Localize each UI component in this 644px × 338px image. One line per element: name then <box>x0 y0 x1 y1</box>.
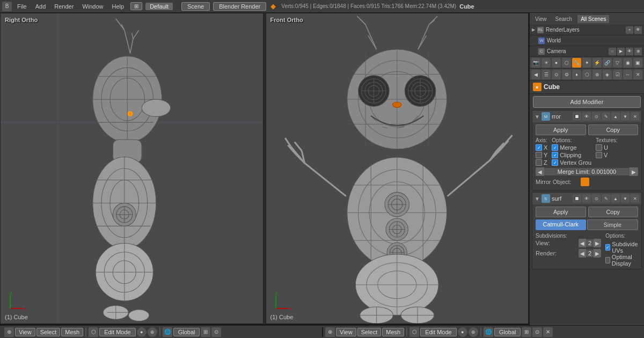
prop-icon-extra1[interactable]: ◀ <box>531 70 540 79</box>
rp-tab-view[interactable]: View <box>532 15 550 23</box>
bb-left-snap[interactable]: ⊕ <box>148 327 157 337</box>
scene-item-renderlayers[interactable]: ▶ RL RenderLayers + 👁 <box>530 25 644 35</box>
modifier-sub-down[interactable]: ▼ <box>621 194 630 203</box>
prop-icon-constraint[interactable]: 🔗 <box>603 58 612 68</box>
camera-action3[interactable]: 👁 <box>626 48 633 55</box>
view-value[interactable]: 2 <box>586 239 594 247</box>
bb-right-mode-icon[interactable]: ⬡ <box>409 327 419 337</box>
prop-icon-extra6[interactable]: ⬡ <box>582 70 591 79</box>
prop-icon-extra8[interactable]: ◈ <box>603 70 612 79</box>
bb-left-icon1[interactable]: ⊕ <box>4 327 14 337</box>
modifier-sub-up[interactable]: ▲ <box>611 194 620 203</box>
prop-icon-extra2[interactable]: ☰ <box>541 70 551 79</box>
modifier-sub-collapse[interactable]: ▼ <box>535 196 540 202</box>
prop-icon-data[interactable]: ▽ <box>613 58 622 68</box>
modifier-sub-edit[interactable]: ✎ <box>602 194 610 203</box>
prop-icon-modifier[interactable]: 🔧 <box>572 58 581 68</box>
modifier-sub-vis[interactable]: 👁 <box>582 194 591 203</box>
prop-icon-object[interactable]: ⬡ <box>562 58 571 68</box>
menu-file[interactable]: File <box>13 2 31 11</box>
camera-action2[interactable]: ▶ <box>617 48 625 55</box>
modifier-sub-apply[interactable]: Apply <box>536 207 586 217</box>
prop-icon-extra9[interactable]: ☑ <box>613 70 622 79</box>
scene-item-camera[interactable]: C Camera ○ ▶ 👁 ⊕ <box>530 46 644 57</box>
rp-tab-search[interactable]: Search <box>552 15 576 23</box>
modifier-mirror-render[interactable]: 🔲 <box>573 112 581 121</box>
optimal-display-check[interactable] <box>605 257 610 263</box>
modifier-mirror-copy[interactable]: Copy <box>588 124 639 135</box>
merge-check[interactable]: ✓ <box>552 144 558 151</box>
prop-icon-extra3[interactable]: ⊙ <box>552 70 561 79</box>
scene-item-world[interactable]: W World <box>530 35 644 46</box>
modifier-mirror-collapse[interactable]: ▼ <box>535 114 540 120</box>
render-engine[interactable]: Blender Render <box>213 2 266 11</box>
bb-left-select[interactable]: Select <box>36 328 61 336</box>
bb-left-extra1[interactable]: ⊞ <box>201 327 210 337</box>
bb-right-extra1[interactable]: ⊞ <box>522 327 531 337</box>
modifier-mirror-up[interactable]: ▲ <box>611 112 620 121</box>
bb-right-pivot[interactable]: ● <box>458 327 467 337</box>
prop-icon-texture[interactable]: ▣ <box>633 58 642 68</box>
bb-right-global-label[interactable]: Global <box>494 328 521 336</box>
bb-left-global[interactable]: 🌐 <box>163 327 172 337</box>
bb-left-view[interactable]: View <box>15 328 35 336</box>
modifier-sub-copy[interactable]: Copy <box>588 207 639 217</box>
clipping-check[interactable]: ✓ <box>552 152 558 158</box>
prop-icon-render[interactable]: 📷 <box>531 58 540 68</box>
prop-icon-material[interactable]: ◉ <box>623 58 632 68</box>
bb-left-global-label[interactable]: Global <box>173 328 200 336</box>
prop-icon-extra4[interactable]: ⚙ <box>562 70 571 79</box>
modifier-sub-render[interactable]: 🔲 <box>573 194 581 203</box>
bb-right-extra3[interactable]: ✕ <box>543 327 553 337</box>
bb-left-mode[interactable]: Edit Mode <box>99 328 136 336</box>
tex-v-check[interactable] <box>596 152 602 158</box>
layout-icon[interactable]: ⊞ <box>130 2 142 10</box>
prop-icon-extra11[interactable]: ✕ <box>633 70 642 79</box>
modifier-mirror-apply[interactable]: Apply <box>536 124 586 135</box>
bb-right-view[interactable]: View <box>336 328 356 336</box>
modifier-mirror-vis[interactable]: 👁 <box>582 112 591 121</box>
tex-u-check[interactable] <box>596 144 602 151</box>
bb-right-mesh[interactable]: Mesh <box>382 328 404 336</box>
render-value[interactable]: 2 <box>586 249 594 257</box>
merge-limit-inc[interactable]: ▶ <box>630 167 638 176</box>
bb-right-snap[interactable]: ⊕ <box>469 327 478 337</box>
modifier-mirror-realtime[interactable]: ⊙ <box>592 112 601 121</box>
rp-tab-allscenes[interactable]: All Scenes <box>577 15 609 23</box>
menu-render[interactable]: Render <box>50 2 78 11</box>
renderlayers-action1[interactable]: + <box>626 26 633 34</box>
workspace-selector[interactable]: Default <box>145 3 173 10</box>
axis-y-check[interactable] <box>536 152 542 158</box>
bb-left-mode-icon[interactable]: ⬡ <box>89 327 98 337</box>
subdivide-uvs-check[interactable]: ✓ <box>605 244 610 251</box>
axis-z-check[interactable] <box>536 159 542 166</box>
axis-x-check[interactable]: ✓ <box>536 144 542 151</box>
camera-action4[interactable]: ⊕ <box>634 48 642 55</box>
bb-left-mesh[interactable]: Mesh <box>61 328 83 336</box>
modifier-mirror-delete[interactable]: ✕ <box>631 112 639 121</box>
prop-icon-world[interactable]: ● <box>552 58 561 68</box>
scene-name[interactable]: Scene <box>181 2 210 11</box>
add-modifier-button[interactable]: Add Modifier <box>533 96 641 108</box>
sub-tab-simple[interactable]: Simple <box>587 219 639 230</box>
prop-icon-scene[interactable]: ☀ <box>541 58 551 68</box>
render-inc[interactable]: ▶ <box>594 249 601 258</box>
viewport-right[interactable]: Front Ortho <box>266 13 529 324</box>
prop-icon-extra5[interactable]: ♦ <box>572 70 581 79</box>
modifier-sub-delete[interactable]: ✕ <box>631 194 639 203</box>
merge-limit-value[interactable]: Merge Limit: 0.001000 <box>544 168 630 175</box>
viewport-left[interactable]: Right Ortho <box>0 13 264 324</box>
bb-left-extra2[interactable]: ⊙ <box>211 327 221 337</box>
camera-action1[interactable]: ○ <box>609 48 616 55</box>
menu-add[interactable]: Add <box>31 2 50 11</box>
prop-icon-extra7[interactable]: ⊕ <box>592 70 602 79</box>
bb-right-extra2[interactable]: ⊙ <box>532 327 542 337</box>
menu-window[interactable]: Window <box>78 2 107 11</box>
vertex-grou-check[interactable]: ✓ <box>552 159 558 166</box>
merge-limit-dec[interactable]: ◀ <box>536 167 544 176</box>
menu-help[interactable]: Help <box>108 2 129 11</box>
modifier-mirror-down[interactable]: ▼ <box>621 112 630 121</box>
bb-left-pivot[interactable]: ● <box>137 327 147 337</box>
modifier-mirror-edit[interactable]: ✎ <box>602 112 610 121</box>
bb-right-select[interactable]: Select <box>357 328 382 336</box>
